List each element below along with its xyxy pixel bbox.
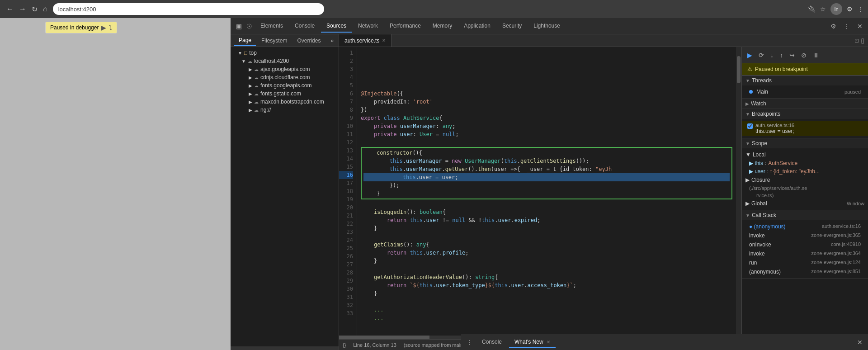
forward-button[interactable]: → bbox=[17, 3, 28, 15]
sources-subtabs: Page Filesystem Overrides » ⋮ bbox=[231, 34, 339, 47]
close-icon[interactable]: ✕ bbox=[855, 22, 864, 31]
tree-label-ajax: ajax.googleapis.com bbox=[260, 66, 310, 72]
step-over-button[interactable]: ⟳ bbox=[757, 51, 766, 60]
scope-key-user: ▶ user bbox=[749, 168, 765, 175]
tree-item-localhost[interactable]: ▼ ☁ localhost:4200 bbox=[231, 57, 339, 65]
settings-icon[interactable]: ⚙ bbox=[847, 5, 853, 13]
scope-content: ▼ Local ▶ this : AuthService ▶ user bbox=[742, 148, 868, 210]
callstack-item-1[interactable]: invoke zone-evergreen.js:365 bbox=[742, 231, 868, 240]
subtab-filesystem[interactable]: Filesystem bbox=[257, 36, 292, 46]
global-scope-header[interactable]: ▶ Global Window bbox=[742, 199, 868, 208]
callstack-item-4[interactable]: run zone-evergreen.js:124 bbox=[742, 258, 868, 267]
sources-panel: Page Filesystem Overrides » ⋮ ▼ □ top ▼ … bbox=[231, 34, 868, 350]
scope-header[interactable]: ▼ Scope bbox=[742, 138, 868, 148]
device-icon[interactable]: ☉ bbox=[245, 22, 254, 31]
code-area[interactable]: @Injectable({ providedIn: 'root' }) expo… bbox=[357, 47, 736, 336]
tree-item-fonts-gs[interactable]: ▶ ☁ fonts.gstatic.com bbox=[231, 90, 339, 98]
tab-sources[interactable]: Sources bbox=[321, 20, 352, 33]
line-num-28: 28 bbox=[339, 269, 353, 277]
line-num-10: 10 bbox=[339, 122, 353, 130]
callstack-item-0[interactable]: ● (anonymous) auth.service.ts:16 bbox=[742, 222, 868, 231]
tree-item-top[interactable]: ▼ □ top bbox=[231, 49, 339, 57]
local-scope-header[interactable]: ▼ Local bbox=[742, 150, 868, 159]
callstack-fn-5: (anonymous) bbox=[749, 269, 781, 275]
line-num-9: 9 bbox=[339, 114, 353, 122]
bottom-tab-console[interactable]: Console bbox=[476, 337, 507, 348]
settings-icon[interactable]: ⚙ bbox=[829, 22, 838, 31]
bottom-close-panel[interactable]: ✕ bbox=[855, 338, 864, 347]
breakpoints-header[interactable]: ▼ Breakpoints bbox=[742, 109, 868, 119]
closure-scope-header[interactable]: ▶ Closure bbox=[742, 175, 868, 184]
home-button[interactable]: ⌂ bbox=[41, 3, 49, 15]
bottom-more-icon[interactable]: ⋮ bbox=[465, 338, 475, 347]
callstack-item-3[interactable]: invoke zone-evergreen.js:364 bbox=[742, 249, 868, 258]
watch-header[interactable]: ▶ Watch bbox=[742, 99, 868, 109]
profile-button[interactable]: In bbox=[830, 3, 842, 15]
callstack-file-0: auth.service.ts:16 bbox=[822, 223, 861, 229]
address-bar[interactable]: localhost:4200 bbox=[53, 3, 324, 15]
tree-item-maxcdn[interactable]: ▶ ☁ maxcdn.bootstrapcdn.com bbox=[231, 98, 339, 106]
bottom-tab-whatsnew[interactable]: What's New ✕ bbox=[509, 337, 556, 348]
code-line-26: } bbox=[361, 257, 732, 265]
editor-v-scrollbar[interactable] bbox=[736, 47, 741, 336]
scope-this[interactable]: ▶ this : AuthService bbox=[742, 159, 868, 167]
tab-lighthouse[interactable]: Lighthouse bbox=[528, 20, 566, 33]
more-options-icon[interactable]: ⋮ bbox=[842, 22, 852, 31]
editor-h-scrollbar-thumb[interactable] bbox=[339, 336, 429, 339]
reload-button[interactable]: ↻ bbox=[30, 3, 39, 15]
global-val: Window bbox=[847, 201, 864, 206]
tree-item-ng[interactable]: ▶ ☁ ng:// bbox=[231, 106, 339, 114]
tab-security[interactable]: Security bbox=[497, 20, 527, 33]
filetree-scrollbar[interactable] bbox=[231, 346, 339, 350]
bookmark-icon[interactable]: ☆ bbox=[820, 5, 826, 13]
callstack-item-2[interactable]: onInvoke core.js:40910 bbox=[742, 240, 868, 249]
split-editor-icon[interactable]: ⊡ bbox=[854, 38, 859, 44]
subtab-overrides[interactable]: Overrides bbox=[292, 36, 325, 46]
tab-console[interactable]: Console bbox=[289, 20, 320, 33]
step-out-button[interactable]: ↑ bbox=[778, 51, 785, 60]
tree-item-ajax[interactable]: ▶ ☁ ajax.googleapis.com bbox=[231, 65, 339, 73]
expand-icon: ▶ bbox=[249, 67, 252, 72]
callstack-item-5[interactable]: (anonymous) zone-evergreen.js:851 bbox=[742, 267, 868, 276]
resume-button[interactable]: ▶ bbox=[101, 24, 106, 31]
pretty-print-icon[interactable]: {} bbox=[861, 38, 864, 44]
code-line-4 bbox=[361, 73, 732, 81]
devtools-panel: ▣ ☉ Elements Console Sources Network Per… bbox=[231, 18, 868, 350]
tab-application[interactable]: Application bbox=[458, 20, 496, 33]
subtab-page[interactable]: Page bbox=[234, 35, 256, 46]
tree-label-ng: ng:// bbox=[260, 107, 271, 113]
inspect-icon[interactable]: ▣ bbox=[234, 22, 244, 31]
tab-network[interactable]: Network bbox=[353, 20, 383, 33]
tree-item-cdnjs[interactable]: ▶ ☁ cdnjs.cloudflare.com bbox=[231, 73, 339, 81]
thread-indicator bbox=[749, 90, 753, 94]
watch-chevron: ▶ bbox=[745, 101, 749, 106]
tab-close[interactable]: ✕ bbox=[382, 38, 386, 43]
threads-header[interactable]: ▼ Threads bbox=[742, 76, 868, 85]
devtools-toolbar: ▣ ☉ Elements Console Sources Network Per… bbox=[231, 18, 868, 34]
step-button[interactable]: ↪ bbox=[788, 51, 797, 60]
back-button[interactable]: ← bbox=[5, 3, 15, 15]
thread-main[interactable]: Main paused bbox=[742, 87, 868, 96]
editor-scrollbar-thumb[interactable] bbox=[737, 56, 741, 83]
more-icon[interactable]: ⋮ bbox=[857, 5, 863, 13]
bp-banner-text: Paused on breakpoint bbox=[755, 66, 808, 72]
tree-item-fonts-g[interactable]: ▶ ☁ fonts.googleapis.com bbox=[231, 81, 339, 90]
tab-elements[interactable]: Elements bbox=[255, 20, 288, 33]
bp-checkbox[interactable] bbox=[747, 123, 753, 129]
tab-performance[interactable]: Performance bbox=[384, 20, 426, 33]
editor-tab-auth[interactable]: auth.service.ts ✕ bbox=[339, 34, 392, 47]
deactivate-bp-button[interactable]: ⊘ bbox=[799, 51, 808, 60]
whatsnew-close[interactable]: ✕ bbox=[547, 340, 550, 345]
pause-on-exception-button[interactable]: ⏸ bbox=[811, 51, 821, 60]
call-stack-header[interactable]: ▼ Call Stack bbox=[742, 210, 868, 220]
step-button[interactable]: ⤵ bbox=[109, 24, 112, 31]
step-into-button[interactable]: ↓ bbox=[769, 51, 775, 60]
call-stack-content: ● (anonymous) auth.service.ts:16 invoke … bbox=[742, 220, 868, 278]
scope-user[interactable]: ▶ user : t {id_token: "eyJhb... bbox=[742, 167, 868, 175]
line-num-26: 26 bbox=[339, 252, 353, 260]
tree-label-fonts-gs: fonts.gstatic.com bbox=[260, 90, 301, 97]
scope-val-user: t {id_token: "eyJhb... bbox=[770, 168, 820, 175]
resume-execution-button[interactable]: ▶ bbox=[745, 51, 754, 60]
tab-memory[interactable]: Memory bbox=[427, 20, 458, 33]
subtab-more[interactable]: » bbox=[326, 36, 338, 46]
